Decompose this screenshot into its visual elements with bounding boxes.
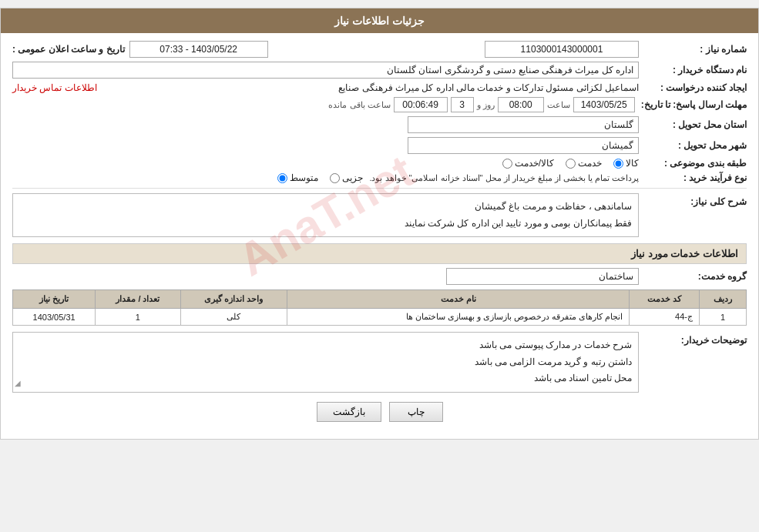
- services-section-title: اطلاعات خدمات مورد نیاز: [12, 243, 747, 264]
- requester-row: ایجاد کننده درخواست : اسماعیل لکزائی مسئ…: [12, 82, 747, 93]
- page-header: جزئیات اطلاعات نیاز: [1, 8, 758, 33]
- notes-box: شرح خدمات در مدارک پیوستی می باشد داشتن …: [12, 332, 639, 393]
- service-group-label: گروه خدمت:: [639, 271, 747, 282]
- need-number-value: 1103000143000001: [485, 41, 639, 58]
- province-label: استان محل تحویل :: [639, 119, 747, 130]
- description-row: شرح کلی نیاز: AnaT.net ساماندهی ، حفاظت …: [12, 193, 747, 237]
- cell-date: 1403/05/31: [13, 309, 96, 326]
- buyer-org-value: اداره کل میراث فرهنگی صنایع دستی و گردشگ…: [12, 62, 639, 79]
- description-section-title: شرح کلی نیاز:: [639, 193, 747, 207]
- category-option-kala[interactable]: کالا: [613, 158, 639, 169]
- col-header-row: ردیف: [700, 290, 747, 309]
- deadline-days-label: روز و: [477, 100, 495, 110]
- process-radio-group: متوسط جزیی: [277, 172, 363, 183]
- service-group-value: ساختمان: [446, 268, 639, 285]
- buyer-org-row: نام دستگاه خریدار : اداره کل میراث فرهنگ…: [12, 62, 747, 79]
- notes-line3: محل تامین اسناد می باشد: [19, 370, 632, 387]
- col-header-code: کد خدمت: [630, 290, 700, 309]
- requester-value: اسماعیل لکزائی مسئول تداركات و خدمات مال…: [338, 82, 639, 93]
- category-radio-group: کالا/خدمت خدمت کالا: [12, 158, 639, 169]
- col-header-unit: واحد اندازه گیری: [180, 290, 287, 309]
- notes-line2: داشتن رتبه و گرید مرمت الزامی می باشد: [19, 354, 632, 371]
- requester-contact-link[interactable]: اطلاعات تماس خریدار: [12, 82, 97, 93]
- print-button[interactable]: چاپ: [389, 402, 443, 422]
- need-number-row: شماره نیاز : 1103000143000001 1403/05/22…: [12, 41, 747, 58]
- city-value: گمیشان: [408, 137, 639, 154]
- notes-line1: شرح خدمات در مدارک پیوستی می باشد: [19, 337, 632, 354]
- description-box: ساماندهی ، حفاظت و مرمت باغ گمیشان فقط پ…: [12, 193, 639, 237]
- announcement-date-value: 1403/05/22 - 07:33: [129, 41, 268, 58]
- services-table-header-row: ردیف کد خدمت نام خدمت واحد اندازه گیری ت…: [13, 290, 747, 309]
- need-number-label: شماره نیاز :: [639, 44, 747, 55]
- customer-notes-label: توضیحات خریدار:: [639, 332, 747, 346]
- description-line2: فقط پیمانکاران بومی و مورد تایید این ادا…: [19, 216, 632, 233]
- process-option-motavasset[interactable]: متوسط: [277, 172, 318, 183]
- deadline-days: 3: [451, 97, 474, 112]
- category-option-kala-khedmat[interactable]: کالا/خدمت: [502, 158, 554, 169]
- deadline-remaining-label: ساعت باقی مانده: [328, 100, 390, 110]
- description-line1: ساماندهی ، حفاظت و مرمت باغ گمیشان: [19, 199, 632, 216]
- col-header-date: تاریخ نیاز: [13, 290, 96, 309]
- province-value: گلستان: [408, 116, 639, 133]
- cell-code: ج-44: [630, 309, 700, 326]
- category-label: طبقه بندی موضوعی :: [639, 158, 747, 169]
- process-note: پرداخت تمام یا بخشی از مبلغ خریدار از مح…: [369, 173, 639, 183]
- province-row: استان محل تحویل : گلستان: [12, 116, 747, 133]
- back-button[interactable]: بازگشت: [317, 402, 381, 422]
- resize-handle: ◢: [15, 376, 21, 390]
- cell-qty: 1: [96, 309, 180, 326]
- col-header-name: نام خدمت: [287, 290, 630, 309]
- city-row: شهر محل تحویل : گمیشان: [12, 137, 747, 154]
- deadline-time: 08:00: [498, 97, 544, 112]
- table-row: 1 ج-44 انجام کارهای متفرقه درخصوص بازساز…: [13, 309, 747, 326]
- page-title: جزئیات اطلاعات نیاز: [334, 15, 425, 27]
- deadline-time-label: ساعت: [547, 100, 570, 110]
- buyer-org-label: نام دستگاه خریدار :: [639, 65, 747, 75]
- city-label: شهر محل تحویل :: [639, 140, 747, 151]
- cell-name: انجام کارهای متفرقه درخصوص بازسازی و بهس…: [287, 309, 630, 326]
- category-row: طبقه بندی موضوعی : کالا/خدمت خدمت کالا: [12, 158, 747, 169]
- process-option-jozei[interactable]: جزیی: [330, 172, 363, 183]
- announcement-date-label: تاریخ و ساعت اعلان عمومی :: [12, 44, 125, 55]
- category-option-khedmat[interactable]: خدمت: [566, 158, 602, 169]
- cell-unit: کلی: [180, 309, 287, 326]
- col-header-qty: تعداد / مقدار: [96, 290, 180, 309]
- deadline-date: 1403/05/25: [573, 97, 635, 112]
- process-row: نوع فرآیند خرید : متوسط جزیی پرداخت تمام…: [12, 172, 747, 183]
- customer-notes-row: توضیحات خریدار: شرح خدمات در مدارک پیوست…: [12, 332, 747, 393]
- services-table: ردیف کد خدمت نام خدمت واحد اندازه گیری ت…: [12, 289, 747, 326]
- deadline-label: مهلت ارسال پاسخ: تا تاریخ:: [635, 99, 747, 110]
- deadline-row: مهلت ارسال پاسخ: تا تاریخ: 1403/05/25 سا…: [12, 97, 747, 112]
- deadline-remaining: 00:06:49: [394, 97, 448, 112]
- requester-label: ایجاد کننده درخواست :: [639, 82, 747, 93]
- process-label: نوع فرآیند خرید :: [639, 172, 747, 183]
- cell-row: 1: [700, 309, 747, 326]
- service-group-row: گروه خدمت: ساختمان: [12, 268, 747, 285]
- button-row: چاپ بازگشت: [12, 402, 747, 422]
